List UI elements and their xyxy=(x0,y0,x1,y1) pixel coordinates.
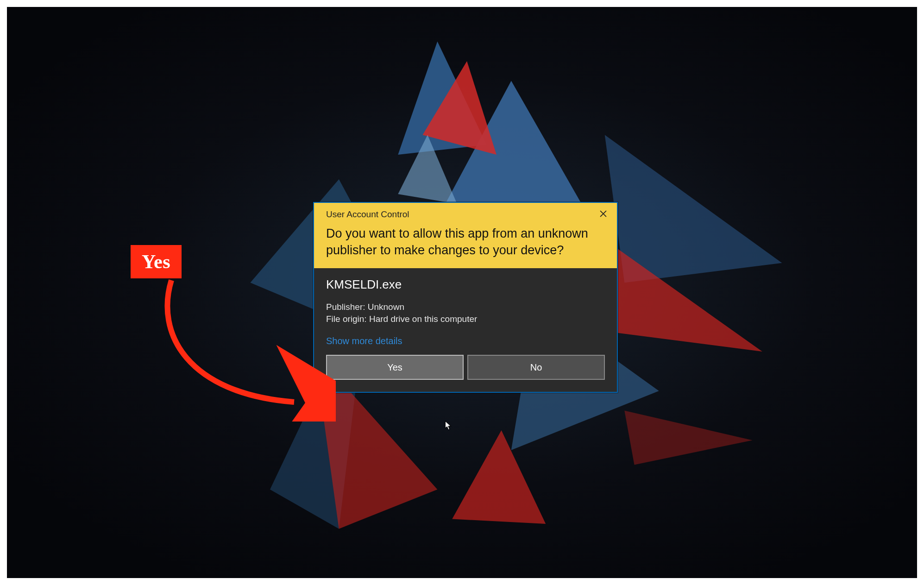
close-icon xyxy=(600,210,607,219)
show-more-details-link[interactable]: Show more details xyxy=(326,336,402,346)
uac-button-row: Yes No xyxy=(326,355,605,380)
annotation-yes-badge: Yes xyxy=(131,245,182,278)
close-button[interactable] xyxy=(594,208,612,221)
desktop-frame: User Account Control Do you want to allo… xyxy=(7,7,917,578)
uac-publisher-line: Publisher: Unknown xyxy=(326,301,605,314)
uac-question-text: Do you want to allow this app from an un… xyxy=(326,225,590,259)
no-button[interactable]: No xyxy=(467,355,605,380)
uac-dialog: User Account Control Do you want to allo… xyxy=(313,202,618,393)
yes-button[interactable]: Yes xyxy=(326,355,464,380)
uac-app-name: KMSELDI.exe xyxy=(326,277,605,292)
uac-body: KMSELDI.exe Publisher: Unknown File orig… xyxy=(314,268,617,392)
uac-header: User Account Control Do you want to allo… xyxy=(314,203,617,268)
uac-title: User Account Control xyxy=(326,209,605,220)
uac-meta: Publisher: Unknown File origin: Hard dri… xyxy=(326,301,605,326)
uac-origin-line: File origin: Hard drive on this computer xyxy=(326,313,605,326)
